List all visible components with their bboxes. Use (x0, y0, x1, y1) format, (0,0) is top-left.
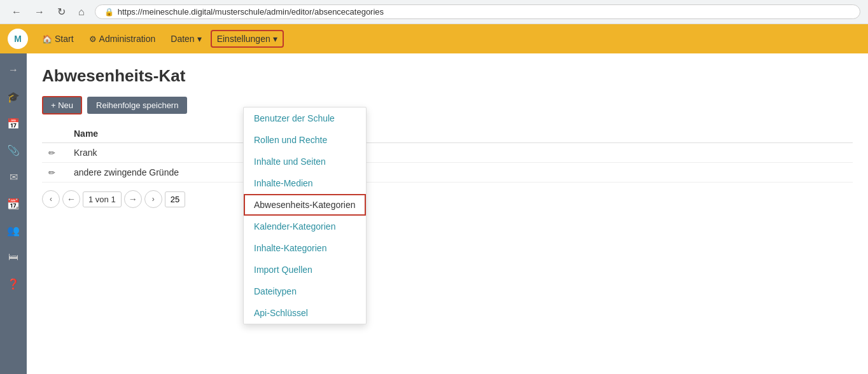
nav-administration[interactable]: ⚙ Administration (83, 30, 162, 48)
edit-cell-2: ✏ (42, 163, 67, 183)
logo[interactable]: M (8, 29, 28, 49)
forward-button[interactable]: → (31, 5, 48, 19)
absence-categories-table: Name ✏ Krank ✏ andere zwingende Gründe (42, 125, 853, 183)
edit-cell-1: ✏ (42, 143, 67, 163)
content-area: Abwesenheits-Kat + Neu Reihenfolge speic… (27, 53, 868, 374)
sidebar: → 🎓 📅 📎 ✉ 📆 👥 🛏 ❓ (0, 53, 27, 374)
main-layout: → 🎓 📅 📎 ✉ 📆 👥 🛏 ❓ Abwesenheits-Kat + Neu… (0, 53, 868, 374)
nav-einstellungen-label: Einstellungen (217, 34, 270, 44)
gear-icon: ⚙ (89, 34, 97, 44)
dropdown-import[interactable]: Import Quellen (244, 259, 366, 280)
pag-size[interactable]: 25 (165, 191, 185, 207)
name-cell-2: andere zwingende Gründe (67, 163, 853, 183)
nav-start-label: Start (55, 34, 74, 44)
home-button[interactable]: ⌂ (74, 5, 88, 19)
back-button[interactable]: ← (8, 5, 25, 19)
col-name: Name (67, 125, 853, 143)
dropdown-inhalte-medien[interactable]: Inhalte-Medien (244, 172, 366, 194)
toolbar: + Neu Reihenfolge speichern (42, 96, 853, 114)
dropdown-dateitypen[interactable]: Dateitypen (244, 280, 366, 302)
pag-prev-button[interactable]: ← (62, 190, 80, 208)
dropdown-rollen[interactable]: Rollen und Rechte (244, 129, 366, 151)
sidebar-item-paperclip[interactable]: 📎 (2, 139, 25, 162)
sidebar-item-users[interactable]: 👥 (2, 219, 25, 242)
dropdown-kalender[interactable]: Kalender-Kategorien (244, 216, 366, 237)
nav-einstellungen[interactable]: Einstellungen ▾ (211, 30, 284, 48)
sidebar-item-help[interactable]: ❓ (2, 272, 25, 295)
sidebar-item-calendar-small[interactable]: 📅 (2, 112, 25, 135)
sidebar-item-calendar-large[interactable]: 📆 (2, 192, 25, 215)
sidebar-item-logout[interactable]: → (2, 59, 25, 81)
dropdown-benutzer[interactable]: Benutzer der Schule (244, 107, 366, 129)
pag-next-button[interactable]: → (124, 190, 142, 208)
daten-chevron-icon: ▾ (197, 34, 202, 44)
browser-navigation: ← → ↻ ⌂ (8, 4, 88, 19)
pag-info[interactable]: 1 von 1 (83, 191, 122, 207)
reload-button[interactable]: ↻ (53, 4, 69, 19)
dropdown-inhalte-kat[interactable]: Inhalte-Kategorien (244, 237, 366, 259)
lock-icon: 🔒 (104, 8, 114, 17)
pag-last-button[interactable]: › (144, 190, 162, 208)
nav-daten-label: Daten (171, 34, 194, 44)
page-title: Abwesenheits-Kat (42, 66, 853, 86)
table-row: ✏ andere zwingende Gründe (42, 163, 853, 183)
dropdown-inhalte-seiten[interactable]: Inhalte und Seiten (244, 151, 366, 172)
nav-administration-label: Administration (99, 34, 156, 44)
sidebar-item-graduation[interactable]: 🎓 (2, 85, 25, 108)
home-icon: 🏠 (42, 34, 52, 44)
name-cell-1: Krank (67, 143, 853, 163)
url-text: https://meineschule.digital/musterschule… (118, 7, 384, 17)
einstellungen-dropdown: Benutzer der Schule Rollen und Rechte In… (243, 107, 367, 324)
sidebar-item-mail[interactable]: ✉ (2, 165, 25, 188)
dropdown-api[interactable]: Api-Schlüssel (244, 302, 366, 324)
nav-start[interactable]: 🏠 Start (36, 30, 80, 48)
new-button[interactable]: + Neu (42, 96, 82, 114)
pagination: ‹ ← 1 von 1 → › 25 (42, 190, 853, 208)
sidebar-item-bed[interactable]: 🛏 (2, 246, 25, 268)
pag-first-button[interactable]: ‹ (42, 190, 60, 208)
edit-icon-2[interactable]: ✏ (48, 168, 55, 177)
browser-bar: ← → ↻ ⌂ 🔒 https://meineschule.digital/mu… (0, 0, 868, 24)
col-edit (42, 125, 67, 143)
table-row: ✏ Krank (42, 143, 853, 163)
dropdown-abwesenheits[interactable]: Abwesenheits-Kategorien (244, 194, 366, 216)
nav-daten[interactable]: Daten ▾ (164, 30, 207, 48)
address-bar[interactable]: 🔒 https://meineschule.digital/musterschu… (95, 4, 860, 19)
save-order-button[interactable]: Reihenfolge speichern (87, 97, 187, 114)
edit-icon-1[interactable]: ✏ (48, 148, 55, 158)
top-navigation: M 🏠 Start ⚙ Administration Daten ▾ Einst… (0, 24, 868, 53)
einstellungen-chevron-icon: ▾ (273, 34, 277, 44)
